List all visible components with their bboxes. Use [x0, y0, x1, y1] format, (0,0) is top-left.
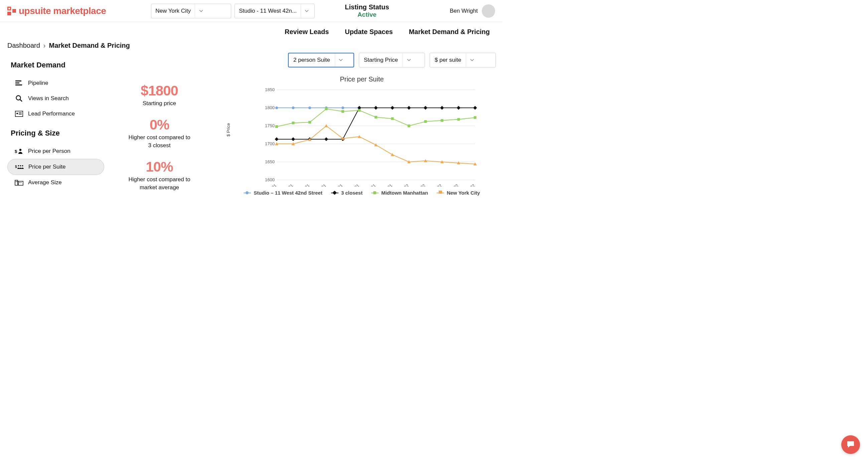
tab-update-spaces[interactable]: Update Spaces: [345, 28, 393, 36]
studio-select[interactable]: Studio - 11 West 42n...: [235, 4, 315, 19]
chart-column: 2 person Suite Starting Price $ per suit…: [215, 50, 502, 201]
svg-rect-68: [424, 120, 427, 123]
chevron-down-icon: [466, 53, 478, 67]
svg-text:May. '21: May. '21: [263, 183, 277, 187]
studio-select-value: Studio - 11 West 42n...: [235, 8, 301, 14]
status-value: Active: [345, 11, 389, 19]
sidebar-item-pipeline[interactable]: Pipeline: [7, 75, 104, 91]
svg-text:Jul. '21: Jul. '21: [298, 183, 310, 187]
metrics-panel: $1800 Starting price 0% Higher cost comp…: [104, 50, 215, 201]
sidebar-item-price-per-person[interactable]: $ Price per Person: [7, 143, 104, 159]
svg-point-33: [275, 106, 278, 109]
svg-rect-65: [375, 116, 377, 119]
chart-area: $ Price 160016501700175018001850May. '21…: [249, 87, 494, 187]
metric-sub: market average: [104, 184, 215, 191]
breadcrumb-root[interactable]: Dashboard: [7, 42, 40, 50]
unit-select[interactable]: $ per suite: [430, 53, 496, 67]
svg-text:$: $: [15, 165, 17, 169]
svg-point-14: [22, 165, 23, 167]
suite-select[interactable]: 2 person Suite: [288, 53, 354, 67]
search-icon: [15, 95, 23, 102]
price-type-select-value: Starting Price: [359, 57, 403, 63]
metric-value: 10%: [104, 159, 215, 175]
svg-rect-70: [457, 118, 460, 121]
price-suite-icon: $: [15, 163, 24, 171]
metric-value: $1800: [104, 83, 215, 99]
metric-sub: Higher cost compared to: [104, 134, 215, 141]
svg-text:May. '22: May. '22: [461, 183, 476, 187]
legend-item-studio[interactable]: Studio – 11 West 42nd Street: [244, 190, 322, 196]
svg-rect-62: [325, 107, 328, 110]
header-selects: New York City Studio - 11 West 42n...: [151, 4, 315, 19]
breadcrumb-current: Market Demand & Pricing: [49, 42, 130, 50]
city-select-value: New York City: [151, 8, 195, 14]
svg-rect-52: [374, 106, 377, 109]
svg-text:Jun. '21: Jun. '21: [280, 183, 294, 187]
svg-rect-1: [16, 82, 20, 84]
sidebar: Market Demand Pipeline Views in Search L…: [7, 50, 104, 201]
chart-title: Price per Suite: [228, 75, 496, 83]
metric-value: 0%: [104, 117, 215, 133]
svg-rect-58: [473, 106, 477, 109]
svg-rect-69: [441, 119, 443, 122]
city-select[interactable]: New York City: [151, 4, 231, 19]
sidebar-item-label: Average Size: [28, 179, 62, 186]
svg-rect-55: [424, 106, 427, 109]
brand: upsuite marketplace: [7, 6, 106, 16]
svg-rect-20: [21, 182, 21, 183]
svg-rect-17: [16, 181, 17, 182]
svg-text:Sep. '21: Sep. '21: [329, 183, 343, 187]
sidebar-item-label: Lead Performance: [28, 110, 75, 117]
chevron-right-icon: ›: [43, 42, 46, 50]
tab-review-leads[interactable]: Review Leads: [285, 28, 329, 36]
user-block: Ben Wright: [450, 4, 495, 18]
avatar[interactable]: [482, 4, 495, 18]
metric-vs-market: 10% Higher cost compared to market avera…: [104, 159, 215, 191]
svg-text:Oct. '21: Oct. '21: [346, 183, 360, 187]
svg-text:Nov. '21: Nov. '21: [363, 183, 376, 187]
sidebar-item-views[interactable]: Views in Search: [7, 91, 104, 106]
status-label: Listing Status: [345, 3, 389, 11]
svg-rect-5: [16, 111, 23, 117]
chevron-down-icon: [301, 4, 313, 18]
tab-market-demand-pricing[interactable]: Market Demand & Pricing: [409, 28, 490, 36]
svg-text:Apr. '22: Apr. '22: [446, 183, 459, 187]
metric-vs-closest: 0% Higher cost compared to 3 closest: [104, 117, 215, 149]
sidebar-group-market-demand: Market Demand: [11, 61, 104, 69]
sidebar-item-lead-performance[interactable]: Lead Performance: [7, 106, 104, 122]
card-icon: [15, 110, 23, 118]
metric-sub: Starting price: [104, 100, 215, 107]
chevron-down-icon: [403, 53, 414, 67]
svg-rect-47: [291, 137, 295, 141]
building-icon: [15, 179, 23, 186]
sidebar-item-price-per-suite[interactable]: $ Price per Suite: [7, 159, 104, 175]
svg-rect-53: [391, 106, 394, 109]
sidebar-item-label: Price per Person: [28, 148, 70, 155]
svg-rect-16: [19, 181, 23, 185]
price-person-icon: $: [15, 147, 23, 155]
unit-select-value: $ per suite: [430, 57, 466, 63]
svg-rect-56: [440, 106, 444, 109]
svg-rect-54: [407, 106, 411, 109]
legend-item-nyc[interactable]: New York City: [437, 190, 480, 196]
legend-item-midtown[interactable]: Midtown Manhattan: [371, 190, 428, 196]
svg-rect-67: [408, 125, 410, 127]
metric-starting-price: $1800 Starting price: [104, 83, 215, 107]
nav-tabs: Review Leads Update Spaces Market Demand…: [0, 22, 502, 36]
metric-sub: 3 closest: [104, 142, 215, 149]
sidebar-item-average-size[interactable]: Average Size: [7, 175, 104, 190]
metric-sub: Higher cost compared to: [104, 176, 215, 183]
pipeline-icon: [15, 79, 23, 87]
svg-rect-19: [20, 182, 20, 183]
svg-rect-60: [292, 122, 295, 124]
svg-line-4: [20, 99, 22, 101]
svg-point-3: [17, 96, 21, 100]
svg-text:Mar. '22: Mar. '22: [429, 183, 443, 187]
legend-item-closest[interactable]: 3 closest: [331, 190, 363, 196]
sidebar-item-label: Pipeline: [28, 80, 49, 87]
svg-text:Aug. '21: Aug. '21: [313, 183, 327, 187]
breadcrumb: Dashboard › Market Demand & Pricing: [0, 42, 502, 50]
svg-text:Jan. '22: Jan. '22: [396, 183, 410, 187]
brand-text: upsuite marketplace: [19, 6, 106, 16]
price-type-select[interactable]: Starting Price: [359, 53, 425, 67]
